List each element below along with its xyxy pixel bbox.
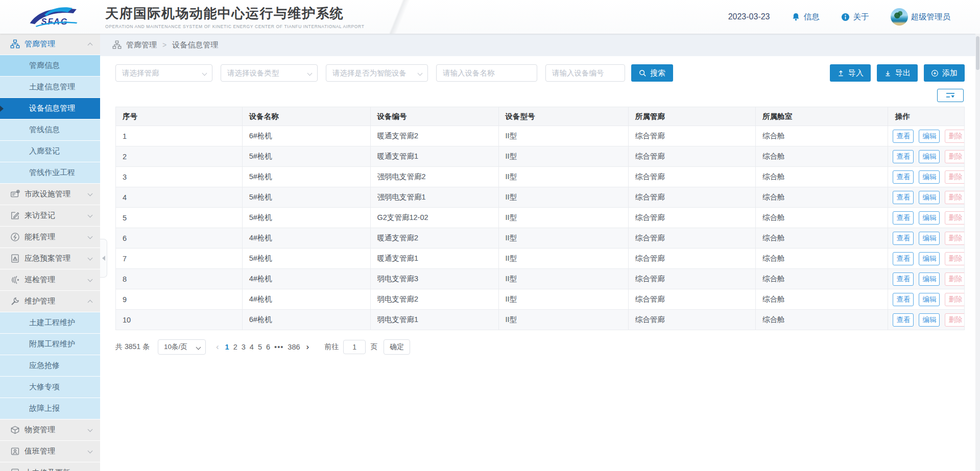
delete-button[interactable]: 删除	[945, 130, 964, 143]
page-number[interactable]: 4	[250, 343, 254, 351]
sidebar-subitem[interactable]: 土建信息管理	[0, 77, 100, 98]
corridor-select[interactable]: 请选择管廊	[115, 64, 212, 82]
view-button[interactable]: 查看	[893, 150, 914, 163]
cell-device-model: II型	[498, 310, 628, 330]
delete-button[interactable]: 删除	[945, 170, 964, 184]
cell-device-code: 暖通支管廊1	[370, 249, 498, 269]
goto-page-input[interactable]	[343, 340, 366, 354]
edit-button[interactable]: 编辑	[919, 130, 940, 143]
table-row: 2 5#枪机 暖通支管廊1 II型 综合管廊 综合舱 查看 编辑 删除	[116, 146, 965, 167]
cell-actions: 查看 编辑 删除	[888, 167, 965, 187]
sidebar-group[interactable]: 能耗管理	[0, 227, 100, 248]
page-number[interactable]: 386	[288, 343, 300, 351]
cell-index: 8	[116, 269, 243, 289]
delete-button[interactable]: 删除	[945, 211, 964, 225]
edit-button[interactable]: 编辑	[919, 211, 940, 225]
sidebar-group[interactable]: 巡检管理	[0, 269, 100, 291]
scrollbar-thumb[interactable]	[976, 36, 979, 70]
header-right: 2023-03-23 信息 关于 超级管理员	[728, 8, 950, 26]
delete-button[interactable]: 删除	[945, 313, 964, 327]
cell-device-name: 5#枪机	[242, 249, 370, 269]
search-button[interactable]: 搜索	[631, 64, 673, 82]
cell-corridor: 综合管廊	[628, 208, 755, 228]
sidebar-subitem[interactable]: 设备信息管理	[0, 98, 100, 119]
page-number[interactable]: 2	[233, 343, 237, 351]
view-button[interactable]: 查看	[893, 252, 914, 265]
view-button[interactable]: 查看	[893, 272, 914, 286]
import-button[interactable]: 导入	[830, 64, 871, 82]
chevron-down-icon	[307, 71, 313, 76]
column-filter-button[interactable]	[937, 89, 964, 102]
device-code-input[interactable]	[545, 64, 625, 82]
sidebar-subitem[interactable]: 大修专项	[0, 377, 100, 398]
view-button[interactable]: 查看	[893, 211, 914, 225]
sidebar-subitem[interactable]: 附属工程维护	[0, 334, 100, 355]
edit-button[interactable]: 编辑	[919, 313, 940, 327]
edit-button[interactable]: 编辑	[919, 293, 940, 306]
sidebar-group[interactable]: 值班管理	[0, 441, 100, 462]
sidebar-subitem[interactable]: 管线信息	[0, 119, 100, 141]
about-link[interactable]: 关于	[841, 12, 869, 22]
view-button[interactable]: 查看	[893, 191, 914, 204]
svg-text:SFAG: SFAG	[41, 17, 68, 27]
page-number[interactable]: 1	[225, 343, 229, 351]
edit-button[interactable]: 编辑	[919, 232, 940, 245]
delete-button[interactable]: 删除	[945, 252, 964, 265]
sidebar-group[interactable]: 市政设施管理	[0, 184, 100, 205]
cell-device-model: II型	[498, 146, 628, 167]
view-button[interactable]: 查看	[893, 232, 914, 245]
page-number[interactable]: 5	[258, 343, 262, 351]
sidebar-group[interactable]: 大中修及更新	[0, 462, 100, 471]
delete-button[interactable]: 删除	[945, 272, 964, 286]
sidebar-subitem[interactable]: 入廊登记	[0, 141, 100, 162]
cell-cabin: 综合舱	[756, 269, 888, 289]
page-number[interactable]: 6	[266, 343, 270, 351]
page-number[interactable]: 3	[242, 343, 246, 351]
sidebar-group[interactable]: 维护管理	[0, 291, 100, 312]
prev-page-button[interactable]: ‹	[216, 342, 219, 352]
sidebar-subitem[interactable]: 故障上报	[0, 398, 100, 419]
delete-button[interactable]: 删除	[945, 150, 964, 163]
sidebar-group[interactable]: 物资管理	[0, 419, 100, 441]
view-button[interactable]: 查看	[893, 130, 914, 143]
export-button[interactable]: 导出	[877, 64, 918, 82]
edit-button[interactable]: 编辑	[919, 272, 940, 286]
table-column-header: 所属管廊	[628, 107, 755, 126]
view-button[interactable]: 查看	[893, 170, 914, 184]
edit-button[interactable]: 编辑	[919, 191, 940, 204]
messages-link[interactable]: 信息	[792, 12, 820, 22]
sidebar-group[interactable]: 管廊管理	[0, 34, 100, 55]
cell-corridor: 综合管廊	[628, 310, 755, 330]
device-type-select[interactable]: 请选择设备类型	[221, 64, 318, 82]
smart-device-select[interactable]: 请选择是否为智能设备	[326, 64, 428, 82]
delete-button[interactable]: 删除	[945, 232, 964, 245]
edit-button[interactable]: 编辑	[919, 252, 940, 265]
page-ellipsis[interactable]: •••	[274, 343, 283, 351]
page-scrollbar[interactable]	[975, 34, 980, 471]
device-name-input[interactable]	[436, 64, 537, 82]
delete-button[interactable]: 删除	[945, 293, 964, 306]
cell-cabin: 综合舱	[756, 126, 888, 146]
sidebar-collapse-handle[interactable]	[100, 239, 107, 278]
edit-button[interactable]: 编辑	[919, 150, 940, 163]
edit-button[interactable]: 编辑	[919, 170, 940, 184]
breadcrumb-root[interactable]: 管廊管理	[126, 40, 157, 50]
cell-device-model: II型	[498, 228, 628, 249]
sidebar-subitem[interactable]: 管廊信息	[0, 55, 100, 77]
edit-icon	[10, 211, 20, 220]
sidebar-group[interactable]: 来访登记	[0, 205, 100, 227]
view-button[interactable]: 查看	[893, 313, 914, 327]
sidebar-subitem[interactable]: 土建工程维护	[0, 312, 100, 334]
sidebar-subitem[interactable]: 应急抢修	[0, 355, 100, 377]
user-menu[interactable]: 超级管理员	[891, 8, 951, 26]
view-button[interactable]: 查看	[893, 293, 914, 306]
table-row: 10 6#枪机 弱电支管廊1 II型 综合管廊 综合舱 查看 编辑 删除	[116, 310, 965, 330]
add-button[interactable]: 添加	[924, 64, 965, 82]
cell-cabin: 综合舱	[756, 228, 888, 249]
page-size-select[interactable]: 10条/页	[158, 339, 206, 355]
sidebar-subitem[interactable]: 管线作业工程	[0, 162, 100, 184]
next-page-button[interactable]: ›	[306, 342, 309, 352]
delete-button[interactable]: 删除	[945, 191, 964, 204]
confirm-button[interactable]: 确定	[384, 339, 410, 355]
sidebar-group[interactable]: 应急预案管理	[0, 248, 100, 269]
